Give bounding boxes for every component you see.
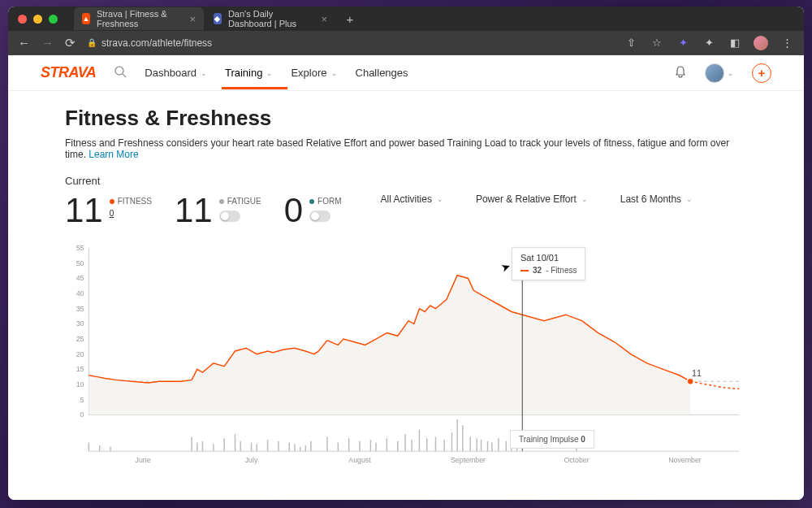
- svg-point-0: [115, 67, 123, 75]
- svg-text:October: October: [564, 456, 589, 464]
- impulse-value: 0: [581, 435, 585, 444]
- browser-tab-strava[interactable]: ▲ Strava | Fitness & Freshness ×: [74, 7, 204, 30]
- fitness-delta-link[interactable]: 0: [110, 209, 152, 218]
- fatigue-value: 11: [175, 193, 213, 228]
- browser-window: ▲ Strava | Fitness & Freshness × ◆ Dan's…: [8, 7, 804, 500]
- impulse-label: Training Impulse: [519, 435, 579, 444]
- current-label: Current: [65, 175, 747, 187]
- titlebar: ▲ Strava | Fitness & Freshness × ◆ Dan's…: [8, 7, 804, 31]
- bookmark-icon[interactable]: ☆: [650, 36, 664, 50]
- impulse-tooltip: Training Impulse 0: [510, 430, 594, 449]
- user-avatar-icon: [705, 63, 724, 83]
- close-tab-icon[interactable]: ×: [189, 13, 196, 25]
- plus-favicon-icon: ◆: [214, 13, 222, 24]
- chart-tooltip: Sat 10/01 32 - Fitness: [512, 247, 585, 280]
- svg-text:20: 20: [76, 350, 84, 358]
- svg-line-1: [123, 74, 126, 77]
- svg-text:25: 25: [76, 335, 84, 343]
- toolbar-right: ⇧ ☆ ✦ ✦ ◧ ⋮: [624, 36, 794, 50]
- svg-text:11: 11: [692, 368, 702, 378]
- metrics-row: 11 FITNESS 0 11 FATIGUE 0 FO: [65, 193, 747, 228]
- svg-text:50: 50: [76, 259, 84, 267]
- panel-icon[interactable]: ◧: [728, 36, 742, 50]
- svg-text:15: 15: [76, 365, 84, 373]
- nav-explore[interactable]: Explore⌄: [291, 67, 337, 79]
- nav-challenges[interactable]: Challenges: [356, 67, 408, 79]
- new-tab-button[interactable]: +: [340, 9, 360, 28]
- tooltip-date: Sat 10/01: [520, 253, 577, 263]
- menu-icon[interactable]: ⋮: [780, 36, 794, 50]
- svg-text:35: 35: [76, 305, 84, 313]
- metric-fitness: 11 FITNESS 0: [65, 193, 152, 228]
- chevron-down-icon: ⌄: [581, 195, 588, 203]
- svg-text:40: 40: [76, 289, 84, 297]
- svg-text:30: 30: [76, 319, 84, 328]
- traffic-lights: [18, 15, 58, 24]
- filter-row: All Activities⌄ Power & Relative Effort⌄…: [381, 193, 693, 205]
- svg-point-17: [687, 378, 693, 384]
- add-activity-button[interactable]: +: [752, 63, 771, 83]
- metric-fatigue: 11 FATIGUE: [175, 193, 261, 228]
- svg-text:45: 45: [76, 274, 84, 282]
- fitness-dot-icon: [110, 199, 114, 204]
- search-icon[interactable]: [114, 65, 127, 81]
- chevron-down-icon: ⌄: [266, 69, 273, 77]
- metric-form: 0 FORM: [284, 193, 342, 228]
- tab-label: Dan's Daily Dashboard | Plus: [228, 9, 310, 28]
- tooltip-series: - Fitness: [546, 266, 577, 275]
- fitness-chart[interactable]: 051015202530354045505511JuneJulyAugustSe…: [65, 237, 747, 473]
- tab-strip: ▲ Strava | Fitness & Freshness × ◆ Dan's…: [74, 7, 360, 30]
- page-title: Fitness & Freshness: [65, 106, 747, 131]
- notifications-icon[interactable]: [674, 65, 687, 81]
- form-label: FORM: [309, 197, 341, 206]
- reload-button[interactable]: ⟳: [65, 36, 76, 50]
- fitness-label: FITNESS: [110, 197, 152, 206]
- fatigue-dot-icon: [219, 199, 224, 204]
- extension-icon[interactable]: ✦: [676, 36, 690, 50]
- form-value: 0: [284, 193, 303, 228]
- address-bar[interactable]: 🔒 strava.com/athlete/fitness: [87, 37, 612, 49]
- zoom-window-button[interactable]: [49, 15, 58, 24]
- learn-more-link[interactable]: Learn More: [89, 149, 138, 160]
- chevron-down-icon: ⌄: [686, 195, 693, 203]
- tooltip-value: 32: [533, 266, 542, 275]
- svg-text:July: July: [245, 456, 258, 464]
- svg-text:10: 10: [76, 380, 84, 389]
- form-toggle[interactable]: [309, 211, 330, 222]
- fatigue-label: FATIGUE: [219, 197, 261, 206]
- nav-training[interactable]: Training⌄: [225, 67, 273, 79]
- svg-text:September: September: [451, 456, 486, 464]
- tooltip-swatch-icon: [520, 270, 529, 271]
- page-content: STRAVA Dashboard⌄ Training⌄ Explore⌄ Cha…: [8, 55, 804, 500]
- lock-icon: 🔒: [87, 38, 97, 47]
- filter-range[interactable]: Last 6 Months⌄: [620, 193, 693, 205]
- minimize-window-button[interactable]: [33, 15, 42, 24]
- filter-activities[interactable]: All Activities⌄: [381, 193, 443, 205]
- user-menu[interactable]: ⌄: [705, 63, 734, 83]
- form-dot-icon: [309, 199, 314, 204]
- fatigue-toggle[interactable]: [219, 211, 240, 222]
- close-tab-icon[interactable]: ×: [321, 13, 327, 25]
- svg-text:June: June: [136, 456, 151, 464]
- svg-text:August: August: [348, 456, 371, 464]
- forward-button[interactable]: →: [41, 36, 54, 50]
- page-subtitle: Fitness and Freshness considers your hea…: [65, 137, 747, 160]
- profile-avatar-icon[interactable]: [754, 36, 768, 50]
- filter-metric[interactable]: Power & Relative Effort⌄: [476, 193, 588, 205]
- chevron-down-icon: ⌄: [201, 69, 207, 77]
- extensions-icon[interactable]: ✦: [702, 36, 716, 50]
- url-text: strava.com/athlete/fitness: [102, 37, 212, 49]
- strava-favicon-icon: ▲: [82, 13, 90, 24]
- close-window-button[interactable]: [18, 15, 27, 24]
- svg-text:0: 0: [80, 410, 84, 419]
- browser-tab-dashboard[interactable]: ◆ Dan's Daily Dashboard | Plus ×: [205, 7, 335, 30]
- svg-text:55: 55: [76, 244, 84, 252]
- address-bar-row: ← → ⟳ 🔒 strava.com/athlete/fitness ⇧ ☆ ✦…: [8, 31, 804, 55]
- tab-label: Strava | Fitness & Freshness: [97, 9, 178, 28]
- fitness-value: 11: [65, 193, 103, 228]
- chevron-down-icon: ⌄: [728, 69, 734, 77]
- back-button[interactable]: ←: [18, 36, 30, 50]
- nav-dashboard[interactable]: Dashboard⌄: [145, 67, 207, 79]
- strava-logo[interactable]: STRAVA: [41, 64, 96, 81]
- share-icon[interactable]: ⇧: [624, 36, 638, 50]
